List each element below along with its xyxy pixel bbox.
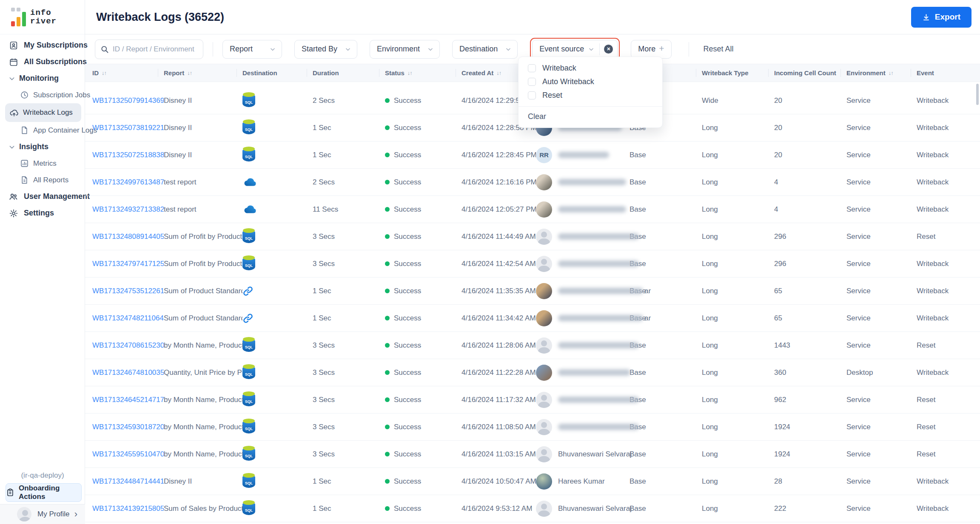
- search-box[interactable]: [95, 40, 203, 59]
- table-row[interactable]: WB171324748211064 Sum of Product Standar…: [85, 305, 980, 332]
- column-header-id[interactable]: ID↓↑: [92, 64, 164, 82]
- column-header-environment[interactable]: Environment↓↑: [846, 64, 917, 82]
- row-id-link[interactable]: WB171324708615230: [92, 341, 164, 349]
- sort-arrows-icon[interactable]: ↓↑: [407, 70, 412, 76]
- row-incoming-cell-count: 360: [774, 368, 846, 377]
- vertical-scrollbar[interactable]: [976, 84, 979, 105]
- sidebar-item-all-reports[interactable]: All Reports: [0, 172, 85, 188]
- sql-database-icon: SQL: [242, 119, 255, 134]
- table-row[interactable]: WB171324484714441 Disney II SQL 1 Sec Su…: [85, 468, 980, 495]
- dropdown-option-reset[interactable]: Reset: [518, 88, 662, 102]
- row-destination: [242, 286, 313, 297]
- export-button[interactable]: Export: [911, 7, 971, 28]
- chevron-down-icon: [427, 46, 433, 52]
- row-event: Writeback: [917, 151, 980, 159]
- row-report: Sum of Profit by Product, S: [164, 232, 242, 241]
- column-header-report[interactable]: Report↓↑: [164, 64, 242, 82]
- table-row[interactable]: WB171324559510470 by Month Name, Product…: [85, 441, 980, 468]
- table-row[interactable]: WB171324139215805 Sum of Sales by Produc…: [85, 495, 980, 522]
- row-id-link[interactable]: WB171324593018720: [92, 423, 164, 431]
- placeholder-avatar: [536, 446, 552, 462]
- environment-filter-button[interactable]: Environment: [370, 40, 440, 59]
- reset-all-button[interactable]: Reset All: [704, 45, 734, 54]
- table-row[interactable]: WB171324674810035 Quantity, Unit Price b…: [85, 359, 980, 386]
- my-profile-button[interactable]: My Profile ›: [0, 504, 85, 524]
- dropdown-option-auto-writeback[interactable]: Auto Writeback: [518, 75, 662, 88]
- checkbox[interactable]: [528, 91, 536, 99]
- onboarding-actions-button[interactable]: Onboarding Actions: [6, 483, 82, 502]
- sidebar-item-settings[interactable]: Settings: [0, 205, 85, 221]
- row-id-link[interactable]: WB171324484714441: [92, 477, 164, 485]
- search-input[interactable]: [113, 45, 198, 54]
- file-icon: [20, 125, 29, 136]
- row-writeback-type: Long: [702, 450, 774, 459]
- table-row[interactable]: WB171324753512261 Sum of Product Standar…: [85, 278, 980, 305]
- event-source-filter-button[interactable]: Event source ✕: [532, 40, 618, 59]
- row-started-by: Bhuvaneswari Selvaraj: [536, 446, 630, 462]
- row-mode: Base: [630, 504, 702, 513]
- clear-filter-icon[interactable]: ✕: [604, 45, 613, 54]
- row-started-by: [536, 392, 630, 408]
- table-row[interactable]: WB171324797417125 Sum of Profit by Produ…: [85, 250, 980, 278]
- sort-arrows-icon[interactable]: ↓↑: [496, 70, 501, 76]
- table-row[interactable]: WB171325072518838 Disney II SQL 1 Sec Su…: [85, 142, 980, 169]
- sidebar-item-all-subscriptions[interactable]: All Subscriptions: [0, 54, 85, 70]
- started-by-filter-button[interactable]: Started By: [294, 40, 357, 59]
- row-id-link[interactable]: WB171324808914405: [92, 232, 164, 241]
- row-destination: SQL: [242, 228, 313, 245]
- row-environment: Service: [846, 341, 917, 350]
- row-event: Writeback: [917, 205, 980, 214]
- sidebar-item-my-subscriptions[interactable]: My Subscriptions: [0, 37, 85, 54]
- row-id-link[interactable]: WB171324674810035: [92, 368, 164, 377]
- row-mode: Base: [630, 232, 702, 241]
- row-id-link[interactable]: WB171325073819221: [92, 124, 164, 132]
- table-row[interactable]: WB171324645214717 by Month Name, Product…: [85, 386, 980, 414]
- row-id-link[interactable]: WB171324139215805: [92, 504, 164, 513]
- sidebar-item-insights[interactable]: Insights: [0, 139, 85, 155]
- report-filter-button[interactable]: Report: [222, 40, 282, 59]
- dropdown-option-writeback[interactable]: Writeback: [518, 61, 662, 75]
- row-incoming-cell-count: 28: [774, 477, 846, 486]
- sort-arrows-icon[interactable]: ↓↑: [889, 70, 893, 76]
- destination-filter-button[interactable]: Destination: [452, 40, 518, 59]
- row-created-at: 4/16/2024 11:08:50 AM: [462, 423, 536, 431]
- row-mode: Base: [630, 450, 702, 459]
- table-row[interactable]: WB171324932713382 test report 11 Secs Su…: [85, 196, 980, 223]
- dropdown-clear-button[interactable]: Clear: [518, 107, 662, 127]
- sidebar-item-subscription-jobs[interactable]: Subscription Jobs: [0, 87, 85, 103]
- table-row[interactable]: WB171324997613487 test report 2 Secs Suc…: [85, 169, 980, 196]
- sidebar-item-monitoring[interactable]: Monitoring: [0, 70, 85, 87]
- row-incoming-cell-count: 65: [774, 314, 846, 323]
- row-id-link[interactable]: WB171324997613487: [92, 178, 164, 186]
- row-id-link[interactable]: WB171324753512261: [92, 287, 164, 295]
- column-header-status[interactable]: Status↓↑: [385, 64, 462, 82]
- checkbox[interactable]: [528, 78, 536, 86]
- more-filters-button[interactable]: More+: [631, 40, 671, 59]
- checkbox[interactable]: [528, 64, 536, 72]
- row-report: test report: [164, 205, 242, 214]
- row-id-link[interactable]: WB171325079914369: [92, 96, 164, 105]
- row-id-link[interactable]: WB171324645214717: [92, 396, 164, 404]
- row-mode: Base: [630, 341, 702, 350]
- row-duration: 3 Secs: [313, 341, 385, 350]
- sort-arrows-icon[interactable]: ↓↑: [187, 70, 192, 76]
- row-id-link[interactable]: WB171324932713382: [92, 205, 164, 213]
- sort-arrows-icon[interactable]: ↓↑: [102, 70, 106, 76]
- row-writeback-type: Long: [702, 396, 774, 404]
- row-id-link[interactable]: WB171324748211064: [92, 314, 164, 322]
- row-id-link[interactable]: WB171325072518838: [92, 151, 164, 159]
- row-id-link[interactable]: WB171324559510470: [92, 450, 164, 458]
- sidebar-item-user-management[interactable]: User Management: [0, 188, 85, 205]
- sidebar-item-app-container-logs[interactable]: App Container Logs: [0, 122, 85, 139]
- chevron-down-icon: [270, 46, 276, 52]
- sidebar-item-writeback-logs[interactable]: Writeback Logs: [5, 103, 81, 122]
- row-destination: SQL: [242, 147, 313, 164]
- table-row[interactable]: WB171324808914405 Sum of Profit by Produ…: [85, 223, 980, 250]
- row-destination: SQL: [242, 473, 313, 490]
- table-row[interactable]: WB171324593018720 by Month Name, Product…: [85, 414, 980, 441]
- sidebar-item-metrics[interactable]: Metrics: [0, 155, 85, 172]
- table-row[interactable]: WB171324708615230 by Month Name, Product…: [85, 332, 980, 359]
- row-id-link[interactable]: WB171324797417125: [92, 260, 164, 268]
- row-environment: Service: [846, 260, 917, 268]
- my-profile-label: My Profile: [37, 510, 74, 518]
